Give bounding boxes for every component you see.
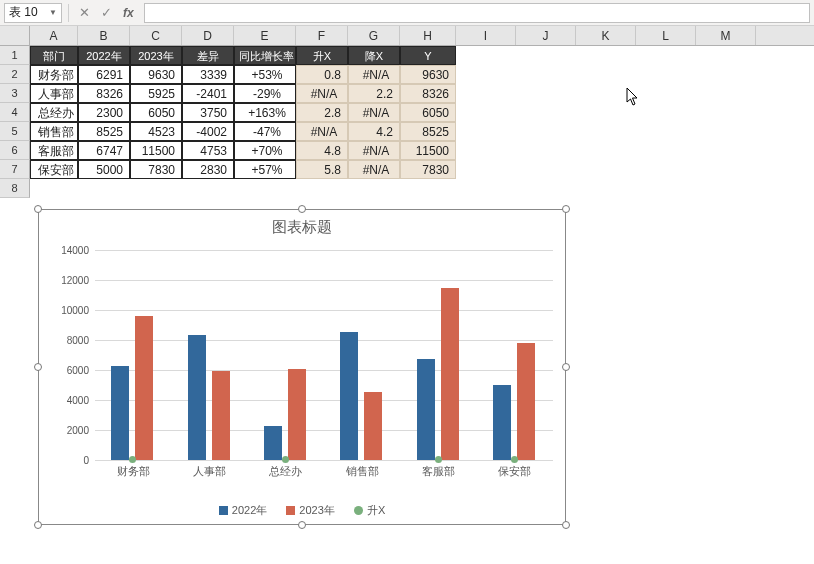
chart-bar-2022[interactable] bbox=[188, 335, 206, 460]
row-header[interactable]: 7 bbox=[0, 160, 30, 179]
select-all-corner[interactable] bbox=[0, 26, 30, 45]
cell-E1[interactable]: 同比增长率 bbox=[234, 46, 296, 65]
col-header-I[interactable]: I bbox=[456, 26, 516, 45]
chart-marker-shx[interactable] bbox=[129, 456, 136, 463]
col-header-B[interactable]: B bbox=[78, 26, 130, 45]
cell-H6[interactable]: 11500 bbox=[400, 141, 456, 160]
col-header-D[interactable]: D bbox=[182, 26, 234, 45]
row-header[interactable]: 5 bbox=[0, 122, 30, 141]
chart-legend[interactable]: 2022年 2023年 升X bbox=[39, 503, 565, 518]
chart-bar-2022[interactable] bbox=[264, 426, 282, 461]
row-header[interactable]: 4 bbox=[0, 103, 30, 122]
cell-D2[interactable]: 3339 bbox=[182, 65, 234, 84]
cell-A6[interactable]: 客服部 bbox=[30, 141, 78, 160]
cell-E2[interactable]: +53% bbox=[234, 65, 296, 84]
cell-D7[interactable]: 2830 bbox=[182, 160, 234, 179]
cell-A4[interactable]: 总经办 bbox=[30, 103, 78, 122]
row-header[interactable]: 3 bbox=[0, 84, 30, 103]
col-header-G[interactable]: G bbox=[348, 26, 400, 45]
cell-F6[interactable]: 4.8 bbox=[296, 141, 348, 160]
cell-G3[interactable]: 2.2 bbox=[348, 84, 400, 103]
cell-E5[interactable]: -47% bbox=[234, 122, 296, 141]
cell-E6[interactable]: +70% bbox=[234, 141, 296, 160]
cell-H3[interactable]: 8326 bbox=[400, 84, 456, 103]
resize-handle[interactable] bbox=[298, 521, 306, 529]
cell-F4[interactable]: 2.8 bbox=[296, 103, 348, 122]
chart-bar-2022[interactable] bbox=[493, 385, 511, 460]
cell-B3[interactable]: 8326 bbox=[78, 84, 130, 103]
chart-marker-shx[interactable] bbox=[435, 456, 442, 463]
cell-H2[interactable]: 9630 bbox=[400, 65, 456, 84]
cell-C4[interactable]: 6050 bbox=[130, 103, 182, 122]
name-box-dropdown-icon[interactable]: ▼ bbox=[49, 8, 57, 17]
cell-D5[interactable]: -4002 bbox=[182, 122, 234, 141]
chart-title[interactable]: 图表标题 bbox=[39, 218, 565, 237]
chart-marker-shx[interactable] bbox=[511, 456, 518, 463]
cell-G5[interactable]: 4.2 bbox=[348, 122, 400, 141]
resize-handle[interactable] bbox=[34, 521, 42, 529]
cell-B7[interactable]: 5000 bbox=[78, 160, 130, 179]
cell-F2[interactable]: 0.8 bbox=[296, 65, 348, 84]
cell-H1[interactable]: Y bbox=[400, 46, 456, 65]
resize-handle[interactable] bbox=[562, 205, 570, 213]
col-header-J[interactable]: J bbox=[516, 26, 576, 45]
cell-A5[interactable]: 销售部 bbox=[30, 122, 78, 141]
cell-C1[interactable]: 2023年 bbox=[130, 46, 182, 65]
row-header[interactable]: 8 bbox=[0, 179, 30, 198]
chart-bar-2023[interactable] bbox=[517, 343, 535, 460]
cell-E3[interactable]: -29% bbox=[234, 84, 296, 103]
cell-G7[interactable]: #N/A bbox=[348, 160, 400, 179]
cell-G2[interactable]: #N/A bbox=[348, 65, 400, 84]
row-header[interactable]: 6 bbox=[0, 141, 30, 160]
col-header-M[interactable]: M bbox=[696, 26, 756, 45]
cell-F3[interactable]: #N/A bbox=[296, 84, 348, 103]
chart-bar-2023[interactable] bbox=[212, 371, 230, 460]
row-header[interactable]: 1 bbox=[0, 46, 30, 65]
resize-handle[interactable] bbox=[562, 521, 570, 529]
col-header-F[interactable]: F bbox=[296, 26, 348, 45]
cell-D4[interactable]: 3750 bbox=[182, 103, 234, 122]
chart-bar-2022[interactable] bbox=[417, 359, 435, 460]
fx-icon[interactable]: fx bbox=[123, 6, 134, 20]
cell-H4[interactable]: 6050 bbox=[400, 103, 456, 122]
resize-handle[interactable] bbox=[562, 363, 570, 371]
cell-H5[interactable]: 8525 bbox=[400, 122, 456, 141]
cell-C5[interactable]: 4523 bbox=[130, 122, 182, 141]
legend-item-shx[interactable]: 升X bbox=[354, 503, 385, 518]
col-header-A[interactable]: A bbox=[30, 26, 78, 45]
row-header[interactable]: 2 bbox=[0, 65, 30, 84]
cell-G6[interactable]: #N/A bbox=[348, 141, 400, 160]
cell-G4[interactable]: #N/A bbox=[348, 103, 400, 122]
chart-bar-2023[interactable] bbox=[441, 288, 459, 461]
col-header-C[interactable]: C bbox=[130, 26, 182, 45]
legend-item-2023[interactable]: 2023年 bbox=[286, 503, 334, 518]
chart-bar-2022[interactable] bbox=[111, 366, 129, 460]
cell-D1[interactable]: 差异 bbox=[182, 46, 234, 65]
resize-handle[interactable] bbox=[34, 363, 42, 371]
cell-D3[interactable]: -2401 bbox=[182, 84, 234, 103]
chart-bar-2023[interactable] bbox=[364, 392, 382, 460]
col-header-L[interactable]: L bbox=[636, 26, 696, 45]
cell-A1[interactable]: 部门 bbox=[30, 46, 78, 65]
col-header-K[interactable]: K bbox=[576, 26, 636, 45]
resize-handle[interactable] bbox=[34, 205, 42, 213]
chart-marker-shx[interactable] bbox=[282, 456, 289, 463]
formula-bar[interactable] bbox=[144, 3, 810, 23]
cell-A7[interactable]: 保安部 bbox=[30, 160, 78, 179]
chart-bar-2022[interactable] bbox=[340, 332, 358, 460]
cell-B4[interactable]: 2300 bbox=[78, 103, 130, 122]
resize-handle[interactable] bbox=[298, 205, 306, 213]
cell-C6[interactable]: 11500 bbox=[130, 141, 182, 160]
cell-A3[interactable]: 人事部 bbox=[30, 84, 78, 103]
cell-G1[interactable]: 降X bbox=[348, 46, 400, 65]
cell-B5[interactable]: 8525 bbox=[78, 122, 130, 141]
cell-C3[interactable]: 5925 bbox=[130, 84, 182, 103]
cell-F5[interactable]: #N/A bbox=[296, 122, 348, 141]
name-box[interactable]: 表 10 ▼ bbox=[4, 3, 62, 23]
cell-D6[interactable]: 4753 bbox=[182, 141, 234, 160]
cell-E4[interactable]: +163% bbox=[234, 103, 296, 122]
cell-F7[interactable]: 5.8 bbox=[296, 160, 348, 179]
chart-bar-2023[interactable] bbox=[135, 316, 153, 460]
cell-A2[interactable]: 财务部 bbox=[30, 65, 78, 84]
confirm-icon[interactable]: ✓ bbox=[97, 4, 115, 22]
